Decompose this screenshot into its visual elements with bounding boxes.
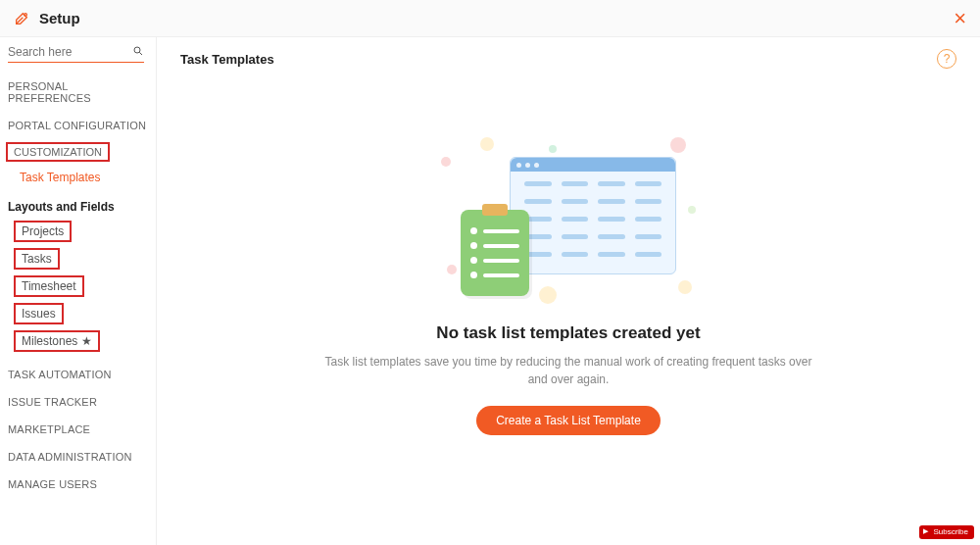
sidebar-item-timesheet[interactable]: Timesheet xyxy=(14,275,84,297)
empty-heading: No task list templates created yet xyxy=(436,323,700,343)
setup-header: Setup × xyxy=(0,0,980,37)
subscribe-badge[interactable]: Subscribe xyxy=(919,525,974,539)
empty-state: No task list templates created yet Task … xyxy=(180,137,956,435)
sidebar-item-tasks[interactable]: Tasks xyxy=(14,248,60,270)
create-template-button[interactable]: Create a Task List Template xyxy=(476,406,661,435)
sidebar-section-task-automation[interactable]: TASK AUTOMATION xyxy=(0,361,156,388)
search-wrap xyxy=(8,45,144,63)
search-icon[interactable] xyxy=(132,45,144,60)
svg-point-1 xyxy=(134,47,140,53)
sidebar: PERSONAL PREFERENCES PORTAL CONFIGURATIO… xyxy=(0,37,157,545)
help-icon[interactable]: ? xyxy=(937,49,956,69)
sidebar-section-issue-tracker[interactable]: ISSUE TRACKER xyxy=(0,388,156,416)
empty-description: Task list templates save you time by red… xyxy=(314,353,823,388)
sidebar-item-milestones[interactable]: Milestones ★ xyxy=(14,330,100,352)
sidebar-section-data-administration[interactable]: DATA ADMINISTRATION xyxy=(0,443,156,471)
svg-line-2 xyxy=(139,52,142,55)
sidebar-item-task-templates[interactable]: Task Templates xyxy=(0,165,156,190)
sidebar-item-label: Milestones xyxy=(22,334,77,348)
sidebar-section-customization[interactable]: CUSTOMIZATION xyxy=(6,142,110,162)
setup-title: Setup xyxy=(39,10,80,26)
close-icon[interactable]: × xyxy=(954,8,966,29)
sidebar-section-manage-users[interactable]: MANAGE USERS xyxy=(0,471,156,498)
empty-illustration xyxy=(441,137,696,304)
main-panel: Task Templates ? xyxy=(157,37,980,545)
sidebar-group-layouts-fields: Layouts and Fields xyxy=(0,190,156,218)
main-header: Task Templates ? xyxy=(180,49,956,69)
sidebar-section-marketplace[interactable]: MARKETPLACE xyxy=(0,416,156,443)
clipboard-graphic xyxy=(461,210,529,296)
spreadsheet-graphic xyxy=(510,157,676,274)
search-input[interactable] xyxy=(8,45,144,59)
page-title: Task Templates xyxy=(180,52,274,67)
star-icon: ★ xyxy=(81,334,92,348)
sidebar-item-issues[interactable]: Issues xyxy=(14,303,64,324)
sidebar-item-projects[interactable]: Projects xyxy=(14,221,72,242)
sidebar-section-portal-configuration[interactable]: PORTAL CONFIGURATION xyxy=(0,112,156,139)
sidebar-section-personal-preferences[interactable]: PERSONAL PREFERENCES xyxy=(0,73,156,112)
svg-point-0 xyxy=(24,13,27,16)
setup-icon xyxy=(14,11,29,26)
